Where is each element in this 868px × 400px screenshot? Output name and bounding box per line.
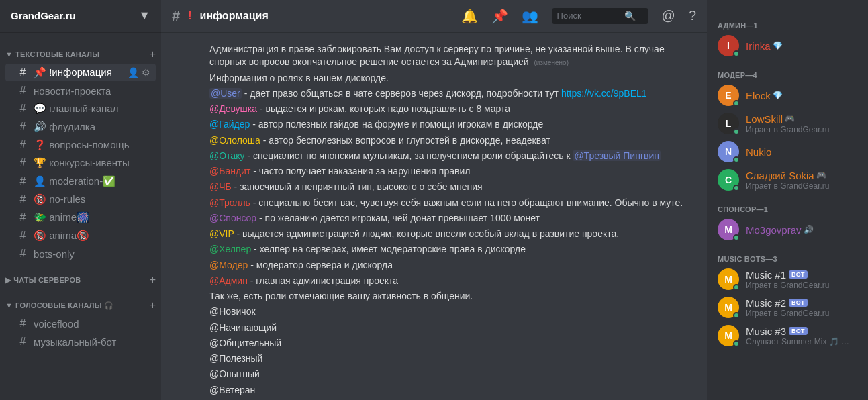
gayder-mention: @Гайдер (209, 119, 250, 130)
channel-item-voiceflood[interactable]: # voiceflood (5, 315, 156, 332)
hash-icon: # (16, 211, 30, 223)
sidebar: GrandGear.ru ▼ ▼ ТЕКСТОВЫЕ КАНАЛЫ + # 📌 … (0, 0, 161, 400)
member-item-mo3govprav[interactable]: M Mo3govprav 🔊 (712, 216, 863, 243)
bot-badge-music2: BOT (789, 299, 808, 307)
hash-icon: # (16, 248, 30, 260)
message-para-activity: Так же, есть роли отмечающие вашу активн… (209, 290, 696, 303)
text-channels-label: ▼ ТЕКСТОВЫЕ КАНАЛЫ (5, 50, 99, 58)
category-arrow-icon: ▼ (5, 50, 13, 58)
admin-category-header: АДМИН—1 (712, 11, 863, 32)
message-para-helper: @Хелпер - хелпер на серверах, имеет моде… (209, 243, 696, 256)
message-para-devushka: @Девушка - выдается игрокам, которых над… (209, 103, 696, 115)
status-dot-music2 (733, 312, 740, 319)
message-para-bandit: @Бандит - часто получает наказания за на… (209, 165, 696, 178)
channel-item-anime[interactable]: # 🐲 anime🎆 (5, 209, 156, 226)
member-item-music3[interactable]: M Music #3 BOT Слушает Summer Mix 🎵 🍀 | … (712, 322, 863, 349)
helper-mention: @Хелпер (209, 244, 251, 254)
pin-icon[interactable]: 📌 (491, 8, 508, 24)
member-item-elock[interactable]: E Elock 💎 (712, 82, 863, 109)
member-name-row-nukio: Nukio (746, 146, 857, 158)
settings-icon[interactable]: ⚙ (142, 67, 150, 78)
member-name-row-elock: Elock 💎 (746, 90, 857, 101)
member-item-sokia[interactable]: С Сладкий Sokia 🎮 Играет в GrandGear.ru (712, 166, 863, 193)
vk-link[interactable]: https://vk.cc/9pBEL1 (561, 88, 647, 99)
text-channels-category[interactable]: ▼ ТЕКСТОВЫЕ КАНАЛЫ + (0, 38, 161, 63)
member-item-music2[interactable]: M Music #2 BOT Играет в GrandGear.ru (712, 294, 863, 321)
member-status-music3: Слушает Summer Mix 🎵 🍀 | Ba... (746, 337, 857, 346)
admin-mention: @Админ (209, 275, 248, 286)
channel-name-muzbot: музыкальный-бот (34, 336, 150, 348)
channel-name-rules: 🔞 no-rules (34, 193, 150, 205)
channel-name-main: 💬 главный-канал (34, 103, 150, 115)
add-channel-icon[interactable]: + (150, 48, 156, 60)
server-header[interactable]: GrandGear.ru ▼ (0, 0, 161, 32)
channel-item-events[interactable]: # 🏆 конкурсы-ивенты (5, 154, 156, 172)
voice-channels-label: ▼ ГОЛОСОВЫЕ КАНАЛЫ 🎧 (5, 301, 113, 310)
message-para-user: @User - дает право общаться в чате серве… (209, 87, 696, 100)
channel-item-info[interactable]: # 📌 !информация 👤 ⚙ (5, 64, 156, 81)
nitro-icon-irinka: 💎 (773, 41, 783, 50)
channel-name-help: ❓ вопросы-помощь (34, 139, 150, 151)
message-para-nachalo: @Начинающий (209, 321, 696, 334)
hash-icon: # (16, 103, 30, 115)
nitro-icon-elock: 💎 (773, 91, 783, 100)
channel-item-anime2[interactable]: # 🔞 anima🔞 (5, 227, 156, 244)
channels-list: ▼ ТЕКСТОВЫЕ КАНАЛЫ + # 📌 !информация 👤 ⚙… (0, 32, 161, 400)
channel-header-name: информация (200, 10, 269, 22)
help-icon[interactable]: ? (689, 8, 696, 23)
channel-name-flood: 🔊 флудилка (34, 121, 150, 133)
channel-name-events: 🏆 конкурсы-ивенты (34, 157, 150, 169)
hash-icon: # (16, 230, 30, 242)
member-item-lowskill[interactable]: L LowSkill 🎮 Играет в GrandGear.ru (712, 110, 863, 137)
search-input[interactable] (557, 11, 624, 21)
member-status-sokia: Играет в GrandGear.ru (746, 181, 857, 191)
sponsor-category-header: СПОНСОР—1 (712, 195, 863, 216)
channel-item-flood[interactable]: # 🔊 флудилка (5, 118, 156, 136)
members-icon[interactable]: 👥 (522, 8, 538, 24)
member-name-row-music1: Music #1 BOT (746, 269, 857, 281)
member-item-nukio[interactable]: N Nukio (712, 138, 863, 165)
channel-item-moderation[interactable]: # 👤 moderation-✅ (5, 172, 156, 190)
channel-hash-icon: # (172, 7, 180, 25)
member-status-music1: Играет в GrandGear.ru (746, 281, 857, 290)
avatar-nukio: N (718, 141, 739, 162)
search-box[interactable]: 🔍 (552, 8, 648, 24)
bell-icon[interactable]: 🔔 (461, 8, 478, 24)
channel-item-main[interactable]: # 💬 главный-канал (5, 100, 156, 117)
members-sidebar: АДМИН—1 I Irinka 💎 МОДЕР—4 E Elock 💎 (707, 0, 868, 400)
hash-icon: # (16, 336, 30, 348)
trezvy-pingvin-mention: @Трезвый Пингвин (573, 150, 661, 161)
server-chats-category[interactable]: ▶ ЧАТЫ СЕРВЕРОВ + (0, 263, 161, 289)
member-item-music1[interactable]: M Music #1 BOT Играет в GrandGear.ru (712, 266, 863, 293)
ololosha-mention: @Ололоша (209, 135, 260, 146)
channel-item-bots[interactable]: # bots-only (5, 245, 156, 262)
message-para-chanban: @ЧБ - заносчивый и неприятный тип, высок… (209, 181, 696, 193)
channel-item-news[interactable]: # новости-проекта (5, 82, 156, 99)
channel-exclaim-icon: ! (188, 10, 191, 22)
member-info-mo3govprav: Mo3govprav 🔊 (746, 224, 857, 236)
member-name-row-mo3govprav: Mo3govprav 🔊 (746, 224, 857, 236)
musicbots-category-header: MUSIC BOTS—3 (712, 244, 863, 266)
message-para-novichok: @Новичок (209, 305, 696, 318)
channel-item-muzbot[interactable]: # музыкальный-бот (5, 333, 156, 350)
member-item-irinka[interactable]: I Irinka 💎 (712, 32, 863, 59)
member-info-sokia: Сладкий Sokia 🎮 Играет в GrandGear.ru (746, 170, 857, 191)
search-icon: 🔍 (624, 11, 636, 21)
status-dot-irinka (733, 50, 740, 57)
channel-item-rules[interactable]: # 🔞 no-rules (5, 191, 156, 208)
member-name-irinka: Irinka (746, 40, 771, 52)
channel-name-news: новости-проекта (34, 85, 150, 97)
manage-channel-icon[interactable]: 👤 (128, 67, 139, 78)
add-voice-channel-icon[interactable]: + (150, 299, 156, 311)
add-server-chat-icon[interactable]: + (150, 274, 156, 286)
message-para-opytny: @Опытный (209, 368, 696, 381)
channel-actions: 👤 ⚙ (128, 67, 150, 78)
voice-channels-category[interactable]: ▼ ГОЛОСОВЫЕ КАНАЛЫ 🎧 + (0, 289, 161, 314)
mention-icon[interactable]: @ (662, 8, 675, 23)
avatar-music2: M (718, 297, 739, 318)
message-para-sponsor: @Спонсор - по желанию дается игрокам, че… (209, 212, 696, 225)
member-name-sokia: Сладкий Sokia (746, 170, 814, 181)
channel-item-help[interactable]: # ❓ вопросы-помощь (5, 136, 156, 154)
devushka-mention: @Девушка (209, 103, 257, 114)
avatar-sokia: С (718, 169, 739, 191)
